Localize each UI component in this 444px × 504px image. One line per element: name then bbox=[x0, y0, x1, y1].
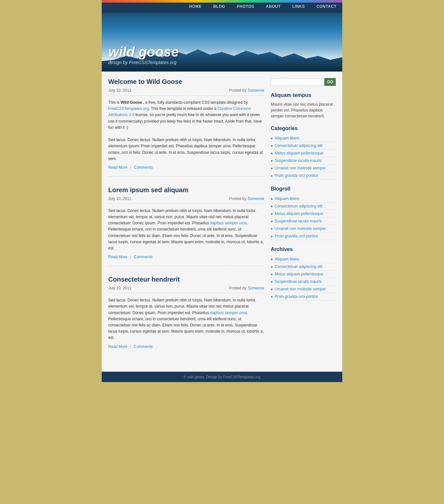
post-2-title: Lorem ipsum sed aliquam bbox=[108, 186, 264, 194]
post-3-comments[interactable]: Comments bbox=[134, 344, 153, 349]
post-1-content: This is Wild Goose , a free, fully stand… bbox=[108, 99, 264, 162]
blogroll-item-5: Urnanet non molestie semper bbox=[271, 225, 336, 232]
post-1-author-label: Posted by Someone bbox=[229, 88, 264, 93]
category-link-2[interactable]: Consectetuer adipiscing elit bbox=[275, 143, 322, 148]
post-2-author-link[interactable]: Someone bbox=[248, 196, 264, 201]
post-1-meta: July 10, 2011 Posted by Someone bbox=[108, 88, 264, 96]
category-link-6[interactable]: Proin gravida orci portitor bbox=[275, 173, 318, 178]
site-title: wild goose bbox=[108, 44, 179, 60]
archive-link-5[interactable]: Urnanet non molestie semper bbox=[275, 287, 326, 291]
category-item-3: Metus aliquam pellentesque bbox=[271, 150, 336, 157]
category-link-4[interactable]: Suspendisse iaculis mauris bbox=[275, 158, 322, 163]
blogroll-link-2[interactable]: Consectetuer adipiscing elit bbox=[275, 204, 322, 208]
main-wrapper: Welcome to Wild Goose July 10, 2011 Post… bbox=[102, 72, 342, 372]
blogroll-item-3: Metus aliquam pellentesque bbox=[271, 210, 336, 218]
post-2-author-label: Posted by Someone bbox=[229, 196, 264, 201]
footer: © wild goose. Design by FreeCSSTemplates… bbox=[102, 372, 342, 382]
post-2-separator: | bbox=[130, 255, 131, 259]
post-1-freecss-link[interactable]: FreeCSSTemplates.org bbox=[108, 106, 149, 111]
sidebar-archives: Archives Aliquam libero Consectetuer adi… bbox=[271, 246, 336, 300]
site-subtitle: design by FreeCSSTemplates.org bbox=[108, 60, 179, 65]
post-3-footer: Read More | Comments bbox=[108, 344, 264, 349]
category-link-5[interactable]: Urnanet non molestie semper bbox=[275, 166, 326, 170]
archive-link-3[interactable]: Metus aliquam pellentesque bbox=[275, 272, 323, 276]
categories-list: Aliquam libero Consectetuer adipiscing e… bbox=[271, 135, 336, 179]
blogroll-list: Aliquam libero Consectetuer adipiscing e… bbox=[271, 195, 336, 240]
post-1-comments[interactable]: Comments bbox=[134, 165, 153, 170]
blogroll-link-5[interactable]: Urnanet non molestie semper bbox=[275, 226, 326, 231]
archives-title: Archives bbox=[271, 246, 336, 252]
blogroll-item-4: Suspendisse iaculis mauris bbox=[271, 218, 336, 225]
page-container: HOME BLOG PHOTOS ABOUT LINKS CONTACT wil… bbox=[0, 0, 444, 504]
category-item-1: Aliquam libero bbox=[271, 135, 336, 142]
archives-list: Aliquam libero Consectetuer adipiscing e… bbox=[271, 256, 336, 300]
aliquam-tempus-title: Aliquam tempus bbox=[271, 92, 336, 98]
post-3: Consecteteur hendrerit July 10, 2011 Pos… bbox=[108, 276, 264, 355]
category-link-1[interactable]: Aliquam libero bbox=[275, 136, 299, 140]
category-item-6: Proin gravida orci portitor bbox=[271, 172, 336, 179]
post-3-author-link[interactable]: Someone bbox=[248, 286, 264, 290]
content-area: Welcome to Wild Goose July 10, 2011 Post… bbox=[108, 78, 264, 365]
header-area: HOME BLOG PHOTOS ABOUT LINKS CONTACT wil… bbox=[0, 0, 444, 72]
category-link-3[interactable]: Metus aliquam pellentesque bbox=[275, 151, 323, 155]
search-box: GO bbox=[271, 78, 336, 86]
sidebar-categories: Categories Aliquam libero Consectetuer a… bbox=[271, 126, 336, 179]
archive-item-6: Proin gravida orci portitor bbox=[271, 293, 336, 300]
categories-title: Categories bbox=[271, 126, 336, 131]
post-2-inline-link[interactable]: dapibus semper urna bbox=[210, 221, 247, 225]
blogroll-link-6[interactable]: Proin gravida orci portitor bbox=[275, 234, 318, 238]
site-title-area: wild goose design by FreeCSSTemplates.or… bbox=[108, 44, 179, 65]
blogroll-item-1: Aliquam libero bbox=[271, 195, 336, 203]
post-2-read-more[interactable]: Read More bbox=[108, 255, 127, 259]
post-1-footer: Read More | Comments bbox=[108, 165, 264, 170]
category-item-4: Suspendisse iaculis mauris bbox=[271, 157, 336, 165]
outer-wrapper: HOME BLOG PHOTOS ABOUT LINKS CONTACT wil… bbox=[0, 0, 444, 504]
post-1-author-link[interactable]: Someone bbox=[248, 88, 264, 93]
post-3-date: July 10, 2011 bbox=[108, 286, 131, 290]
aliquam-tempus-text: Mauris vitae nisl nec metus placerat per… bbox=[271, 101, 336, 119]
footer-text: © wild goose. Design by FreeCSSTemplates… bbox=[184, 375, 260, 379]
blogroll-link-3[interactable]: Metus aliquam pellentesque bbox=[275, 211, 323, 216]
post-3-title: Consecteteur hendrerit bbox=[108, 276, 264, 283]
category-item-2: Consectetuer adipiscing elit bbox=[271, 142, 336, 150]
post-3-read-more[interactable]: Read More bbox=[108, 344, 127, 349]
category-item-5: Urnanet non molestie semper bbox=[271, 165, 336, 172]
post-1-separator: | bbox=[130, 165, 131, 170]
archive-item-1: Aliquam libero bbox=[271, 256, 336, 263]
post-2-content: Sed lacus. Donec lectus. Nullam pretium … bbox=[108, 208, 264, 251]
post-2: Lorem ipsum sed aliquam July 10, 2011 Po… bbox=[108, 186, 264, 266]
archive-item-5: Urnanet non molestie semper bbox=[271, 285, 336, 293]
blogroll-title: Blogroll bbox=[271, 186, 336, 192]
blogroll-item-2: Consectetuer adipiscing elit bbox=[271, 203, 336, 210]
sidebar-aliquam-tempus: Aliquam tempus Mauris vitae nisl nec met… bbox=[271, 92, 336, 119]
archive-link-2[interactable]: Consectetuer adipiscing elit bbox=[275, 264, 322, 269]
post-2-paragraph-1: Sed lacus. Donec lectus. Nullam pretium … bbox=[108, 208, 264, 251]
post-1-paragraph-1: This is Wild Goose , a free, fully stand… bbox=[108, 99, 264, 131]
blogroll-item-6: Proin gravida orci portitor bbox=[271, 232, 336, 240]
post-3-meta: July 10, 2011 Posted by Someone bbox=[108, 286, 264, 293]
post-1-paragraph-2: Sed lacus. Donec lectus. Nullam pretium … bbox=[108, 137, 264, 162]
archive-link-6[interactable]: Proin gravida orci portitor bbox=[275, 294, 318, 299]
search-input[interactable] bbox=[271, 78, 324, 86]
post-1-date: July 10, 2011 bbox=[108, 88, 131, 93]
rainbow-bar bbox=[102, 0, 342, 3]
archive-item-3: Metus aliquam pellentesque bbox=[271, 271, 336, 278]
sidebar: GO Aliquam tempus Mauris vitae nisl nec … bbox=[271, 78, 336, 365]
blogroll-link-1[interactable]: Aliquam libero bbox=[275, 196, 299, 201]
blogroll-link-4[interactable]: Suspendisse iaculis mauris bbox=[275, 219, 322, 223]
post-1-title: Welcome to Wild Goose bbox=[108, 78, 264, 86]
archive-item-2: Consectetuer adipiscing elit bbox=[271, 263, 336, 271]
post-2-meta: July 10, 2011 Posted by Someone bbox=[108, 196, 264, 204]
post-1-read-more[interactable]: Read More bbox=[108, 165, 127, 170]
post-2-footer: Read More | Comments bbox=[108, 255, 264, 259]
post-3-content: Sed lacus. Donec lectus. Nullam pretium … bbox=[108, 297, 264, 341]
post-2-comments[interactable]: Comments bbox=[134, 255, 153, 259]
archive-link-1[interactable]: Aliquam libero bbox=[275, 257, 299, 261]
post-1: Welcome to Wild Goose July 10, 2011 Post… bbox=[108, 78, 264, 177]
post-3-separator: | bbox=[130, 344, 131, 349]
search-button[interactable]: GO bbox=[324, 78, 336, 86]
post-3-author-label: Posted by Someone bbox=[229, 286, 264, 290]
sidebar-blogroll: Blogroll Aliquam libero Consectetuer adi… bbox=[271, 186, 336, 240]
archive-link-4[interactable]: Suspendisse iaculis mauris bbox=[275, 279, 322, 284]
post-3-inline-link[interactable]: dapibus semper urna bbox=[210, 311, 247, 315]
